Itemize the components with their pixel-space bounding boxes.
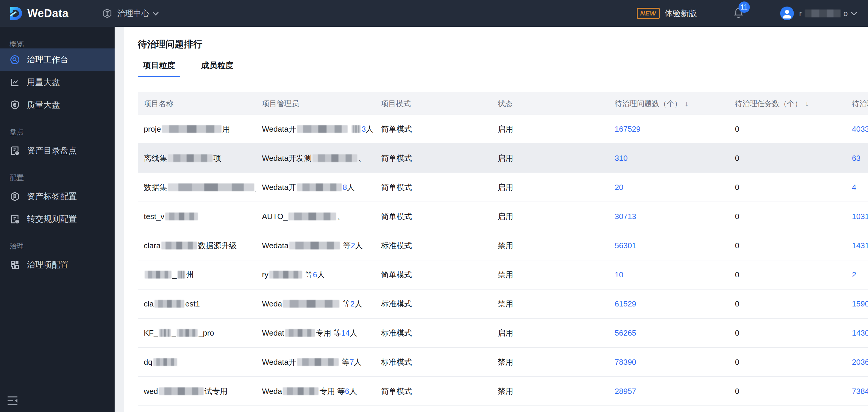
issues-count-link[interactable]: 167529 xyxy=(615,125,641,134)
issues-count-link[interactable]: 10 xyxy=(615,270,623,279)
sidebar-item-label: 质量大盘 xyxy=(27,99,60,111)
extra-count-link[interactable]: 2 xyxy=(852,270,856,279)
extra-count-link[interactable]: 4033 xyxy=(852,125,868,134)
issues-count-link[interactable]: 78390 xyxy=(615,357,636,367)
text-fragment xyxy=(348,125,351,134)
account-name: r o xyxy=(799,9,848,18)
project-mode: 标准模式 xyxy=(375,240,492,251)
governance-center-icon xyxy=(102,8,113,19)
project-admin: Wedata开 3人 xyxy=(256,124,375,134)
table-header: 项目名称 项目管理员 项目模式 状态 待治理问题数（个）↓ 待治理任务数（个）↓… xyxy=(138,92,868,115)
member-count: 6 xyxy=(313,270,317,279)
extra-count-link[interactable]: 7384 xyxy=(852,387,868,396)
text-fragment: Weda xyxy=(262,387,282,396)
text-fragment: 人 xyxy=(347,183,355,192)
sidebar-item-quality-dashboard[interactable]: 质量大盘 xyxy=(0,94,115,116)
tasks-count: 0 xyxy=(729,299,846,309)
text-fragment: 专用 等 xyxy=(316,329,341,337)
tasks-count: 0 xyxy=(729,329,846,338)
text-fragment: Wedat xyxy=(262,329,284,337)
extra-count-link[interactable]: 10316 xyxy=(852,212,868,221)
text-fragment: 人 xyxy=(354,299,362,308)
project-mode: 简单模式 xyxy=(375,386,492,397)
sidebar-item-asset-tag-config[interactable]: 资产标签配置 xyxy=(0,185,115,208)
tasks-count: 0 xyxy=(729,387,846,396)
issues-count-link[interactable]: 56265 xyxy=(615,329,636,337)
sidebar-collapse-button[interactable] xyxy=(6,395,19,407)
text-fragment: 用 xyxy=(222,125,230,134)
tasks-count: 0 xyxy=(729,183,846,192)
extra-count-link[interactable]: 63 xyxy=(852,154,861,163)
project-mode: 简单模式 xyxy=(375,124,492,134)
ranking-table: 项目名称 项目管理员 项目模式 状态 待治理问题数（个）↓ 待治理任务数（个）↓… xyxy=(138,92,868,406)
try-new-version-link[interactable]: 体验新版 xyxy=(665,8,697,19)
extra-count-link[interactable]: 4 xyxy=(852,183,856,192)
project-admin: Weda专用 等6人 xyxy=(256,386,375,397)
sidebar-item-asset-catalog[interactable]: 资产目录盘点 xyxy=(0,139,115,162)
text-fragment: clara xyxy=(144,241,160,250)
project-mode: 标准模式 xyxy=(375,328,492,338)
extra-count-link[interactable]: 14316 xyxy=(852,241,868,250)
sidebar-item-transfer-rule-config[interactable]: 转交规则配置 xyxy=(0,208,115,230)
collapse-sidebar-icon xyxy=(6,395,19,407)
project-mode: 标准模式 xyxy=(375,299,492,309)
text-fragment: test_v xyxy=(144,212,164,221)
issues-count-link[interactable]: 61529 xyxy=(615,299,636,308)
text-fragment: 人 xyxy=(350,329,358,337)
governance-workbench-icon xyxy=(9,55,20,65)
transfer-rule-icon xyxy=(9,214,20,225)
issues-count-link[interactable]: 56301 xyxy=(615,241,636,250)
quality-shield-icon xyxy=(9,100,20,110)
sort-desc-icon[interactable]: ↓ xyxy=(805,99,809,108)
wedata-logo: WeData xyxy=(6,5,68,22)
issues-count-link[interactable]: 20 xyxy=(615,183,623,192)
tab-project-granularity[interactable]: 项目粒度 xyxy=(138,60,180,77)
project-name: 数据集_ xyxy=(138,182,256,193)
text-fragment: 试专用 xyxy=(205,387,228,396)
member-count: 6 xyxy=(345,387,349,396)
table-row: wed试专用 Weda专用 等6人 简单模式 禁用 28957 0 7384 xyxy=(138,377,868,406)
project-mode: 简单模式 xyxy=(375,211,492,222)
account-menu[interactable]: r o xyxy=(780,6,856,20)
sidebar-item-governance-item-config[interactable]: 治理项配置 xyxy=(0,253,115,276)
text-fragment: 等 xyxy=(341,241,351,250)
extra-count-link[interactable]: 15907 xyxy=(852,299,868,308)
member-count: 8 xyxy=(343,183,347,192)
notifications-button[interactable]: 11 xyxy=(733,7,744,20)
column-header-clipped: 待治理 xyxy=(846,99,868,108)
text-fragment: Wedata开 xyxy=(262,183,296,192)
sort-desc-icon[interactable]: ↓ xyxy=(685,99,688,108)
text-fragment: _ xyxy=(172,329,176,337)
tasks-count: 0 xyxy=(729,357,846,367)
issues-count-link[interactable]: 28957 xyxy=(615,387,636,396)
sidebar-section-configuration: 配置 xyxy=(0,173,115,182)
text-fragment: ry xyxy=(262,270,269,279)
redacted-text xyxy=(159,387,204,395)
extra-count-link[interactable]: 14308 xyxy=(852,329,868,337)
text-fragment: 专用 等 xyxy=(319,387,345,396)
product-switcher[interactable]: 治理中心 xyxy=(102,8,158,19)
column-header-issues-count[interactable]: 待治理问题数（个）↓ xyxy=(609,99,729,108)
asset-catalog-icon xyxy=(9,145,20,156)
extra-count-link[interactable]: 2036 xyxy=(852,357,868,367)
text-fragment: proje xyxy=(144,125,161,134)
project-mode: 简单模式 xyxy=(375,270,492,280)
table-row: _州 ry 等6人 简单模式 禁用 10 0 2 xyxy=(138,261,868,289)
sidebar-item-governance-workbench[interactable]: 治理工作台 xyxy=(0,48,115,71)
column-header-tasks-count[interactable]: 待治理任务数（个）↓ xyxy=(729,99,846,108)
issues-count-link[interactable]: 30713 xyxy=(615,212,636,221)
text-fragment: 人 xyxy=(355,241,363,250)
redacted-text xyxy=(161,242,197,249)
issues-count-link[interactable]: 310 xyxy=(615,154,627,163)
tab-member-granularity[interactable]: 成员粒度 xyxy=(196,60,239,77)
sidebar-item-usage-dashboard[interactable]: 用量大盘 xyxy=(0,71,115,94)
text-fragment: Wedata开 xyxy=(262,125,296,134)
text-fragment: 人 xyxy=(349,387,357,396)
text-fragment: KF_ xyxy=(144,329,158,337)
sidebar-item-label: 治理项配置 xyxy=(27,259,68,271)
redacted-text xyxy=(178,271,185,278)
redacted-text xyxy=(285,329,315,337)
project-status: 禁用 xyxy=(492,357,609,368)
sidebar-item-label: 资产标签配置 xyxy=(27,191,77,202)
table-row: clara数据源升级 Wedata 等2人 标准模式 禁用 56301 0 14… xyxy=(138,231,868,261)
